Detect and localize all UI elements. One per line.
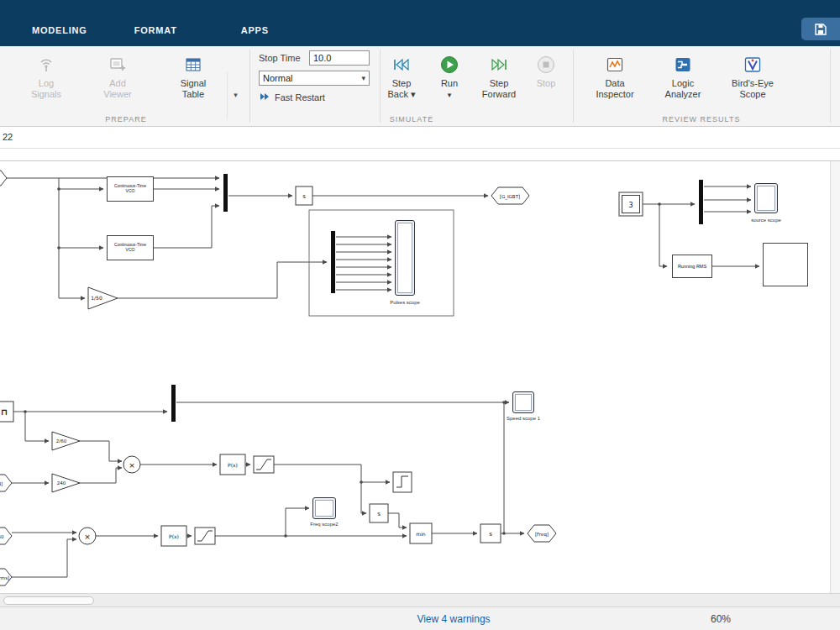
display-block[interactable] [763, 243, 808, 286]
from-tag-irms[interactable]: [Irms] [0, 569, 12, 585]
goto-tag-freq[interactable]: [Freq] [528, 525, 556, 542]
demux-block[interactable] [331, 231, 335, 293]
source-scope-label: source scope [736, 218, 796, 223]
saturation-block[interactable] [254, 456, 274, 473]
scrollbar-corner [830, 593, 840, 606]
gain-block[interactable]: 240 [52, 474, 80, 492]
gain-label: 1/50 [91, 295, 102, 301]
polynomial-label: P(x) [228, 462, 238, 468]
from-tag-partial[interactable] [0, 171, 7, 186]
scope-screen [397, 223, 412, 293]
vco-label: Continuous-Time VCO [109, 243, 151, 253]
s-block-label: s [302, 193, 306, 200]
product-symbol: × [129, 461, 135, 470]
constant-block[interactable]: 3 [619, 192, 643, 216]
saturation-block[interactable] [195, 528, 215, 544]
model-diagram: 1/50 2/60 240 × × [G_IGBT] [Freq] [0, 0, 840, 630]
from-tag-n[interactable]: [N] [0, 475, 12, 491]
scope-screen [757, 186, 775, 211]
pulse-icon: ⊓ [1, 407, 8, 417]
demux-block[interactable] [699, 180, 703, 224]
from-tag-label: 60 [0, 534, 4, 539]
speed-scope-block[interactable] [512, 391, 534, 413]
scope-screen [515, 394, 532, 411]
constant-label: 3 [628, 202, 633, 209]
view-warnings-link[interactable]: View 4 warnings [382, 613, 525, 625]
freq-scope-block[interactable] [312, 497, 336, 519]
s-block-label: s [489, 531, 492, 538]
polynomial-block[interactable]: P(x) [161, 526, 186, 546]
status-bar: View 4 warnings 60% [0, 606, 840, 630]
horizontal-scrollbar-thumb[interactable] [3, 596, 94, 605]
gain-block[interactable]: 1/50 [88, 287, 118, 309]
goto-tag-gigbt[interactable]: [G_IGBT] [491, 187, 529, 204]
vco-block[interactable]: Continuous-Time VCO [107, 235, 154, 260]
s-block[interactable]: s [370, 504, 388, 522]
polynomial-label: P(x) [169, 533, 179, 539]
from-tag-60[interactable]: 60 [0, 528, 12, 544]
goto-tag-label: [Freq] [535, 532, 549, 538]
vco-block[interactable]: Continuous-Time VCO [107, 176, 154, 202]
relay-block[interactable] [393, 472, 412, 492]
product-block[interactable]: × [123, 456, 140, 473]
gain-block[interactable]: 2/60 [52, 432, 80, 450]
product-block[interactable]: × [79, 528, 96, 544]
gain-label: 2/60 [56, 438, 67, 444]
running-rms-label: Running RMS [678, 264, 706, 269]
from-tag-label: [N] [0, 481, 3, 486]
product-symbol: × [84, 533, 91, 541]
pulses-scope-block[interactable] [395, 220, 415, 296]
source-scope-block[interactable] [754, 183, 778, 213]
horizontal-scrollbar[interactable] [0, 593, 830, 606]
pulse-generator-block[interactable]: ⊓ [0, 402, 13, 422]
vco-label: Continuous-Time VCO [109, 184, 151, 194]
running-rms-block[interactable]: Running RMS [672, 255, 712, 278]
freq-scope-label: Freq scope2 [296, 522, 353, 527]
s-block[interactable]: s [480, 524, 501, 543]
min-block[interactable]: min [410, 523, 432, 543]
gain-label: 240 [57, 480, 66, 486]
mux-block[interactable] [223, 174, 228, 212]
speed-scope-label: Speed scope 1 [494, 416, 553, 421]
scope-screen [315, 500, 333, 517]
mux-block[interactable] [171, 385, 176, 422]
goto-tag-label: [G_IGBT] [500, 194, 520, 200]
s-block-label: s [377, 511, 381, 517]
polynomial-block[interactable]: P(x) [220, 454, 245, 475]
vertical-scrollbar[interactable] [830, 161, 840, 593]
min-label: min [416, 531, 426, 537]
pulses-scope-label: Pulses scope [371, 300, 438, 305]
zoom-level: 60% [702, 613, 739, 625]
from-tag-label: [Irms] [0, 575, 9, 580]
s-block[interactable]: s [296, 186, 312, 205]
simulink-window: MODELING FORMAT APPS [0, 0, 840, 630]
